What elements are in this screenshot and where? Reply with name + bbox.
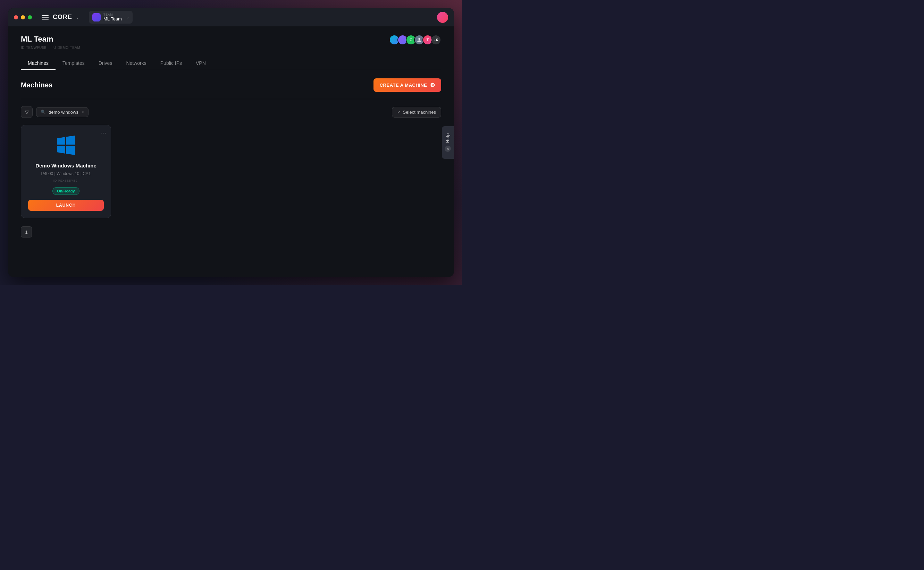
page-meta: IDtenwfu6b Udemo-team xyxy=(21,45,81,50)
team-name: ML Team xyxy=(103,16,122,21)
section-title: Machines xyxy=(21,81,52,89)
search-icon: 🔍 xyxy=(41,110,46,115)
member-avatar-more[interactable]: +6 xyxy=(431,35,441,45)
user-avatar-button[interactable] xyxy=(437,12,448,23)
svg-rect-2 xyxy=(42,19,49,20)
brand-chevron-icon: ⌄ xyxy=(76,15,79,20)
search-tag[interactable]: 🔍 demo windows × xyxy=(36,107,89,117)
windows-os-icon xyxy=(55,135,76,157)
search-value: demo windows xyxy=(49,110,78,115)
svg-rect-1 xyxy=(42,17,49,18)
tab-templates[interactable]: Templates xyxy=(55,57,92,70)
filter-bar: ▽ 🔍 demo windows × ✓ Select machines xyxy=(21,106,441,118)
machine-card: ··· Demo Windows Machine P4000 | Windows… xyxy=(21,125,111,218)
page-1-button[interactable]: 1 xyxy=(21,227,32,238)
u-label: U xyxy=(54,46,56,50)
traffic-lights xyxy=(14,15,32,20)
filter-icon: ▽ xyxy=(25,109,29,115)
create-btn-icon: ⚙ xyxy=(430,82,435,89)
minimize-button[interactable] xyxy=(21,15,25,20)
titlebar: CORE ⌄ TEAM ML Team ⌄ xyxy=(8,8,454,26)
search-clear-icon[interactable]: × xyxy=(81,110,84,115)
member-avatars: C T +6 xyxy=(389,35,441,45)
select-machines-button[interactable]: ✓ Select machines xyxy=(392,107,441,118)
tab-vpn[interactable]: VPN xyxy=(189,57,213,70)
page-url: Udemo-team xyxy=(54,45,81,50)
machine-specs: P4000 | Windows 10 | CA1 xyxy=(41,171,91,176)
help-label: Help xyxy=(445,133,450,143)
app-window: CORE ⌄ TEAM ML Team ⌄ ML Team IDtenwfu6b xyxy=(8,8,454,277)
machine-id: IDpsx5ebyb2 xyxy=(54,178,79,182)
select-machines-label: Select machines xyxy=(403,110,436,115)
machine-name: Demo Windows Machine xyxy=(35,162,97,169)
tab-public-ips[interactable]: Public IPs xyxy=(154,57,189,70)
filter-button[interactable]: ▽ xyxy=(21,106,32,118)
create-btn-label: CREATE A MACHINE xyxy=(380,83,427,88)
tab-machines[interactable]: Machines xyxy=(21,57,55,70)
status-badge: On/Ready xyxy=(52,187,79,195)
team-info: TEAM ML Team xyxy=(103,13,122,21)
team-selector[interactable]: TEAM ML Team ⌄ xyxy=(89,11,132,24)
machines-section: Machines CREATE A MACHINE ⚙ ▽ 🔍 demo win… xyxy=(21,70,441,238)
id-label: ID xyxy=(54,179,57,182)
close-button[interactable] xyxy=(14,15,18,20)
tabs-nav: Machines Templates Drives Networks Publi… xyxy=(21,57,441,70)
main-content: ML Team IDtenwfu6b Udemo-team C T xyxy=(8,26,454,277)
card-menu-button[interactable]: ··· xyxy=(100,129,106,136)
page-id: IDtenwfu6b xyxy=(21,45,48,50)
tab-networks[interactable]: Networks xyxy=(119,57,153,70)
page-title: ML Team xyxy=(21,35,81,44)
create-machine-button[interactable]: CREATE A MACHINE ⚙ xyxy=(374,78,441,92)
team-avatar xyxy=(92,13,101,21)
id-label: ID xyxy=(21,46,25,50)
help-close-icon[interactable]: ✕ xyxy=(445,146,451,152)
maximize-button[interactable] xyxy=(28,15,32,20)
brand-name: CORE xyxy=(53,14,72,21)
pagination: 1 xyxy=(21,227,441,238)
machines-grid: ··· Demo Windows Machine P4000 | Windows… xyxy=(21,125,441,218)
team-label: TEAM xyxy=(103,13,122,16)
section-header: Machines CREATE A MACHINE ⚙ xyxy=(21,78,441,92)
team-chevron-icon: ⌄ xyxy=(126,15,129,20)
section-divider xyxy=(21,99,441,99)
tab-drives[interactable]: Drives xyxy=(92,57,119,70)
svg-rect-0 xyxy=(42,15,49,16)
page-header-left: ML Team IDtenwfu6b Udemo-team xyxy=(21,35,81,50)
help-sidebar[interactable]: Help ✕ xyxy=(442,126,454,159)
page-header: ML Team IDtenwfu6b Udemo-team C T xyxy=(21,26,441,50)
filter-left: ▽ 🔍 demo windows × xyxy=(21,106,89,118)
brand-icon xyxy=(40,12,50,22)
launch-button[interactable]: LAUNCH xyxy=(28,200,104,211)
brand[interactable]: CORE ⌄ xyxy=(40,12,79,22)
check-icon: ✓ xyxy=(397,110,401,115)
